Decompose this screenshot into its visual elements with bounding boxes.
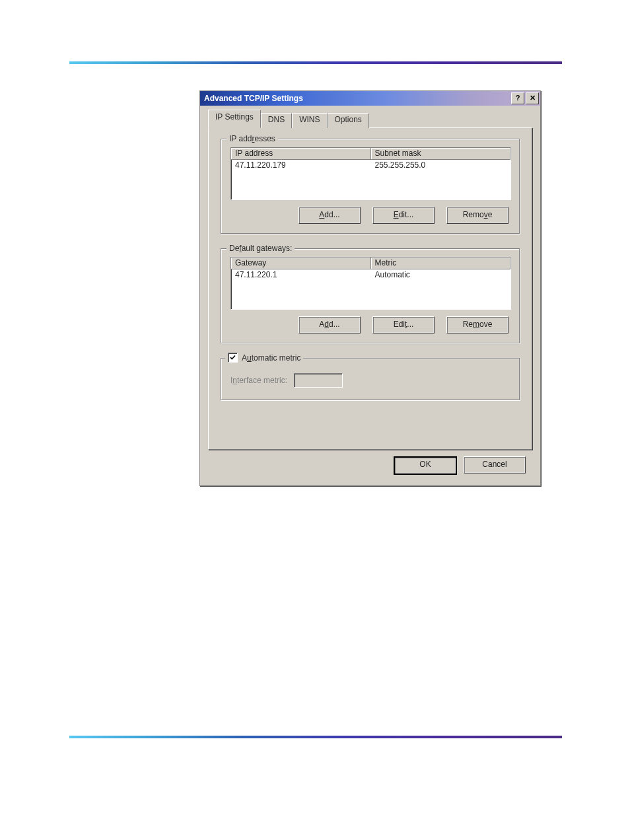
- list-ip-addresses[interactable]: IP address Subnet mask 47.11.220.179 255…: [230, 147, 511, 200]
- close-button[interactable]: ✕: [526, 92, 539, 104]
- tab-ip-settings[interactable]: IP Settings: [208, 110, 261, 128]
- ip-edit-button[interactable]: Edit...: [372, 207, 435, 224]
- ok-button[interactable]: OK: [394, 456, 457, 475]
- cancel-button[interactable]: Cancel: [464, 456, 526, 473]
- group-ip-addresses-legend: IP addresses: [227, 134, 278, 143]
- interface-metric-label: Interface metric:: [230, 376, 287, 385]
- cell-gateway: 47.11.220.1: [231, 269, 371, 281]
- interface-metric-row: Interface metric:: [230, 373, 510, 388]
- list-header: IP address Subnet mask: [231, 148, 510, 160]
- group-gateways-legend: Default gateways:: [227, 244, 295, 253]
- tab-wins[interactable]: WINS: [292, 113, 327, 128]
- ip-remove-button[interactable]: Remove: [446, 207, 508, 224]
- gw-add-button[interactable]: Add...: [298, 316, 361, 333]
- decor-bar-top: [69, 61, 562, 64]
- group-automatic-metric: Automatic metric Interface metric:: [221, 358, 520, 400]
- list-row[interactable]: 47.11.220.1 Automatic: [231, 269, 510, 281]
- col-subnet-mask[interactable]: Subnet mask: [371, 148, 511, 160]
- automatic-metric-label: Automatic metric: [242, 353, 300, 363]
- cell-ip: 47.11.220.179: [231, 160, 371, 171]
- client-area: IP Settings DNS WINS Options IP addresse…: [200, 106, 540, 456]
- ip-add-button[interactable]: Add...: [298, 207, 361, 224]
- interface-metric-input: [294, 373, 343, 388]
- tabpage-ip-settings: IP addresses IP address Subnet mask 47.1…: [208, 127, 532, 450]
- col-ip-address[interactable]: IP address: [231, 148, 371, 160]
- page: Advanced TCP/IP Settings ? ✕ IP Settings…: [0, 0, 630, 840]
- list-gateways[interactable]: Gateway Metric 47.11.220.1 Automatic: [230, 257, 511, 310]
- group-ip-addresses: IP addresses IP address Subnet mask 47.1…: [221, 139, 520, 234]
- list-header: Gateway Metric: [231, 258, 510, 269]
- cell-mask: 255.255.255.0: [371, 160, 511, 171]
- tab-options[interactable]: Options: [328, 113, 369, 128]
- help-button[interactable]: ?: [511, 92, 524, 104]
- tabstrip: IP Settings DNS WINS Options: [208, 112, 532, 128]
- ip-buttons: Add... Edit... Remove: [230, 207, 510, 224]
- window-title: Advanced TCP/IP Settings: [204, 94, 510, 103]
- gw-remove-button[interactable]: Remove: [446, 316, 508, 333]
- titlebar[interactable]: Advanced TCP/IP Settings ? ✕: [200, 91, 540, 106]
- col-gateway[interactable]: Gateway: [231, 258, 371, 269]
- tab-dns[interactable]: DNS: [261, 113, 292, 128]
- automatic-metric-legend: Automatic metric: [225, 353, 303, 363]
- check-icon: [230, 355, 236, 361]
- gw-edit-button[interactable]: Edit...: [372, 316, 435, 333]
- automatic-metric-checkbox[interactable]: [228, 353, 238, 363]
- list-row[interactable]: 47.11.220.179 255.255.255.0: [231, 160, 510, 171]
- gw-buttons: Add... Edit... Remove: [230, 316, 510, 333]
- cell-metric: Automatic: [371, 269, 511, 281]
- dialog-advanced-tcpip: Advanced TCP/IP Settings ? ✕ IP Settings…: [199, 90, 541, 486]
- col-metric[interactable]: Metric: [371, 258, 511, 269]
- group-default-gateways: Default gateways: Gateway Metric 47.11.2…: [221, 248, 520, 343]
- dialog-buttons: OK Cancel: [394, 456, 526, 475]
- decor-bar-bottom: [69, 736, 562, 738]
